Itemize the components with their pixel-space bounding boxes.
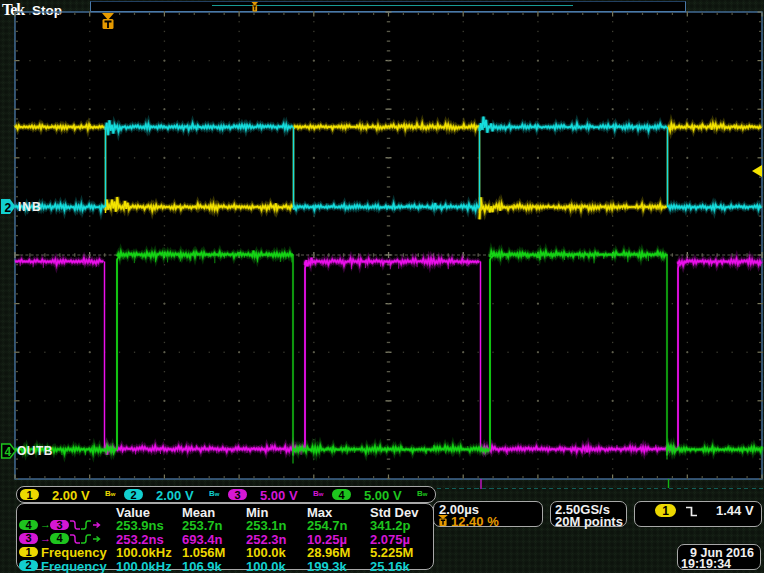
svg-text:4: 4 bbox=[5, 445, 12, 459]
svg-text:2: 2 bbox=[5, 201, 12, 215]
